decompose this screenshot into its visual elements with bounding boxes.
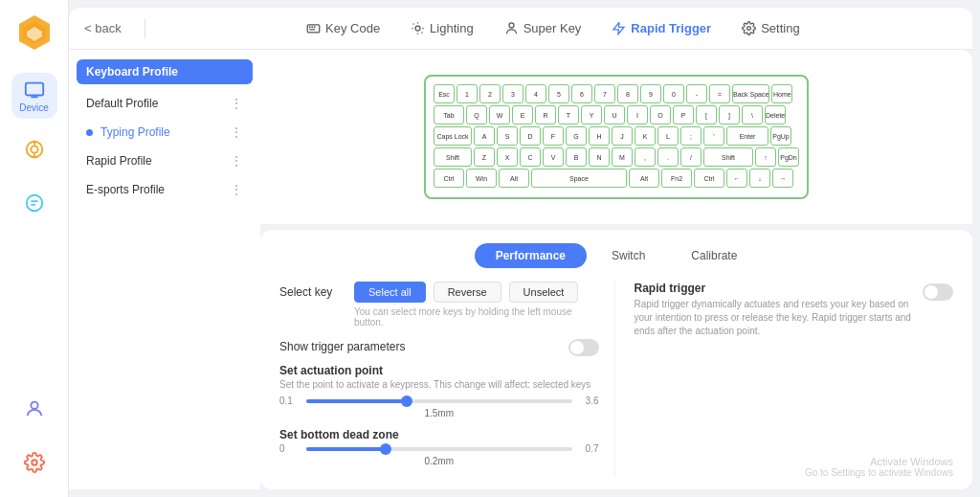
- key-5[interactable]: 5: [548, 84, 569, 103]
- key-m[interactable]: M: [612, 147, 633, 167]
- select-all-button[interactable]: Select all: [354, 282, 426, 303]
- dead-zone-track[interactable]: [306, 447, 572, 451]
- sidebar-item-profiles[interactable]: [11, 126, 57, 172]
- key-4[interactable]: 4: [525, 84, 546, 103]
- profile-item-default[interactable]: Default Profile ⋮: [77, 90, 253, 117]
- sidebar-item-chat[interactable]: [11, 180, 57, 226]
- key-s[interactable]: S: [497, 126, 518, 146]
- key-b[interactable]: B: [566, 147, 587, 167]
- key-v[interactable]: V: [543, 147, 564, 167]
- key-enter[interactable]: Enter: [726, 126, 768, 146]
- logo: [13, 11, 56, 65]
- key-q[interactable]: Q: [466, 105, 487, 124]
- reverse-button[interactable]: Reverse: [434, 282, 501, 303]
- tab-lighting[interactable]: Lighting: [397, 15, 487, 41]
- tab-rapidtrigger[interactable]: Rapid Trigger: [598, 15, 724, 41]
- tab-calibrate[interactable]: Calibrate: [670, 243, 758, 268]
- key-a[interactable]: A: [474, 126, 495, 146]
- rapid-trigger-toggle[interactable]: [923, 283, 953, 301]
- key-ctrl-r[interactable]: Ctrl: [694, 169, 724, 188]
- key-down[interactable]: ↓: [749, 169, 770, 188]
- key-1[interactable]: 1: [457, 84, 478, 103]
- key-backspace[interactable]: Back Space: [732, 84, 769, 103]
- key-n[interactable]: N: [589, 147, 610, 167]
- key-ctrl-l[interactable]: Ctrl: [434, 169, 464, 188]
- profile-item-esports[interactable]: E-sports Profile ⋮: [77, 176, 253, 203]
- key-quote[interactable]: ': [703, 126, 724, 146]
- key-shift-r[interactable]: Shift: [703, 147, 753, 167]
- key-9[interactable]: 9: [640, 84, 661, 103]
- key-capslock[interactable]: Caps Lock: [434, 126, 472, 146]
- key-z[interactable]: Z: [474, 147, 495, 167]
- sidebar-item-user[interactable]: [11, 386, 57, 432]
- key-7[interactable]: 7: [594, 84, 615, 103]
- key-space[interactable]: Space: [531, 169, 627, 188]
- key-r[interactable]: R: [535, 105, 556, 124]
- profile-menu-typing[interactable]: ⋮: [230, 124, 243, 140]
- key-2[interactable]: 2: [479, 84, 501, 103]
- key-left[interactable]: ←: [726, 169, 747, 188]
- key-g[interactable]: G: [566, 126, 587, 146]
- unselect-button[interactable]: Unselect: [509, 282, 579, 303]
- key-e[interactable]: E: [512, 105, 533, 124]
- key-esc[interactable]: Esc: [434, 84, 455, 103]
- key-t[interactable]: T: [558, 105, 579, 124]
- key-win[interactable]: Win: [466, 169, 497, 188]
- key-i[interactable]: I: [627, 105, 648, 124]
- show-params-toggle[interactable]: [568, 339, 599, 356]
- sidebar-item-settings[interactable]: [11, 440, 57, 486]
- key-y[interactable]: Y: [581, 105, 602, 124]
- key-pgdn[interactable]: PgDn: [778, 147, 799, 167]
- profile-item-rapid[interactable]: Rapid Profile ⋮: [77, 147, 253, 174]
- back-button[interactable]: < back: [84, 21, 122, 35]
- key-0[interactable]: 0: [663, 84, 684, 103]
- profile-menu-default[interactable]: ⋮: [230, 96, 243, 111]
- key-c[interactable]: C: [520, 147, 541, 167]
- key-delete[interactable]: Delete: [765, 105, 786, 124]
- key-3[interactable]: 3: [502, 84, 523, 103]
- key-slash[interactable]: /: [680, 147, 702, 167]
- key-l[interactable]: L: [657, 126, 679, 146]
- key-comma[interactable]: ,: [635, 147, 656, 167]
- key-f[interactable]: F: [543, 126, 564, 146]
- key-home[interactable]: Home: [771, 84, 792, 103]
- key-alt-r[interactable]: Alt: [629, 169, 659, 188]
- key-minus[interactable]: -: [686, 84, 707, 103]
- key-p[interactable]: P: [673, 105, 694, 124]
- key-d[interactable]: D: [520, 126, 541, 146]
- dead-zone-slider-row: 0 0.7: [279, 443, 599, 454]
- key-j[interactable]: J: [612, 126, 633, 146]
- actuation-track[interactable]: [306, 399, 572, 403]
- key-shift-l[interactable]: Shift: [434, 147, 472, 167]
- key-fn2[interactable]: Fn2: [661, 169, 692, 188]
- key-w[interactable]: W: [489, 105, 510, 124]
- key-alt-l[interactable]: Alt: [499, 169, 529, 188]
- tab-switch[interactable]: Switch: [590, 243, 666, 268]
- key-h[interactable]: H: [589, 126, 610, 146]
- key-period[interactable]: .: [657, 147, 679, 167]
- key-up[interactable]: ↑: [755, 147, 776, 167]
- key-o[interactable]: O: [650, 105, 671, 124]
- profile-item-typing[interactable]: Typing Profile ⋮: [77, 119, 253, 146]
- key-8[interactable]: 8: [617, 84, 638, 103]
- key-tab[interactable]: Tab: [434, 105, 464, 124]
- profile-menu-rapid[interactable]: ⋮: [230, 153, 243, 169]
- tab-setting[interactable]: Setting: [728, 15, 813, 41]
- sidebar-item-device[interactable]: Device: [11, 73, 57, 119]
- tab-performance[interactable]: Performance: [475, 243, 587, 268]
- key-rbracket[interactable]: ]: [719, 105, 740, 124]
- key-u[interactable]: U: [604, 105, 625, 124]
- key-equals[interactable]: =: [709, 84, 730, 103]
- profile-menu-esports[interactable]: ⋮: [230, 182, 243, 197]
- tab-keycode[interactable]: Key Code: [293, 15, 393, 41]
- key-backslash[interactable]: \: [742, 105, 763, 124]
- tab-superkey[interactable]: Super Key: [491, 15, 595, 41]
- key-lbracket[interactable]: [: [696, 105, 717, 124]
- dead-zone-min: 0: [279, 443, 299, 454]
- key-k[interactable]: K: [635, 126, 656, 146]
- key-6[interactable]: 6: [571, 84, 592, 103]
- key-semicolon[interactable]: ;: [680, 126, 702, 146]
- key-x[interactable]: X: [497, 147, 518, 167]
- key-pgup[interactable]: PgUp: [770, 126, 791, 146]
- key-right[interactable]: →: [772, 169, 793, 188]
